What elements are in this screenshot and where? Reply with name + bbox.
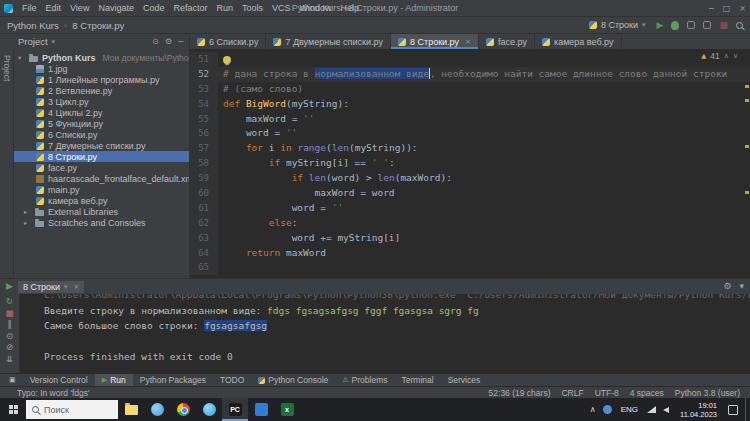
toolwindow-todo[interactable]: TODO <box>213 374 251 386</box>
menu-edit[interactable]: Edit <box>42 2 66 14</box>
taskbar-clock[interactable]: 19:01 11.04.2023 <box>676 401 721 419</box>
maximize-button[interactable]: □ <box>723 4 731 13</box>
code-line[interactable]: 53# (само слово) <box>190 82 750 97</box>
taskbar-chrome-browser-icon[interactable] <box>170 398 196 421</box>
menu-vcs[interactable]: VCS <box>268 2 295 14</box>
start-button[interactable] <box>0 398 26 421</box>
menu-run[interactable]: Run <box>212 2 237 14</box>
breadcrumb-item[interactable]: 8 Строки.py <box>72 20 124 31</box>
coverage-icon[interactable] <box>687 21 695 29</box>
editor-tab[interactable]: 7 Двумерные списки.py <box>266 34 391 49</box>
minimize-button[interactable]: ─ <box>709 4 714 13</box>
tray-chevron-icon[interactable]: ∧ <box>590 405 596 414</box>
code-line[interactable]: 56 word = '' <box>190 126 750 141</box>
project-root[interactable]: ▾Python KursМои документы\Python... <box>14 52 189 63</box>
chevron-right-icon[interactable]: ▸ <box>24 219 31 227</box>
chevron-down-icon[interactable]: ▾ <box>64 283 68 291</box>
toolwindow-version-control[interactable]: Version Control <box>23 374 95 386</box>
toolwindow-switcher-icon[interactable]: ▣ <box>2 374 23 386</box>
pause-output-icon[interactable]: ‖ <box>7 320 11 329</box>
console-line[interactable]: Самое большое слово строки: fgsagsafgsg <box>44 318 744 334</box>
menu-code[interactable]: Code <box>139 2 169 14</box>
code-line[interactable]: 60 maxWord = word <box>190 186 750 201</box>
intention-bulb-icon[interactable] <box>223 56 231 64</box>
status-message[interactable]: Typo: In word 'fdgs' <box>17 388 90 398</box>
line-number[interactable]: 57 <box>190 141 218 156</box>
tree-item[interactable]: 3 Цикл.py <box>14 96 189 107</box>
tree-item[interactable]: haarcascade_frontalface_default.xml <box>14 173 189 184</box>
run-icon[interactable]: ▶ <box>657 21 664 30</box>
taskbar-pycharm-icon[interactable]: PC <box>222 398 248 421</box>
line-number[interactable]: 51 <box>190 52 218 67</box>
chevron-down-icon[interactable]: ▾ <box>18 54 25 62</box>
clear-all-icon[interactable]: ⊘ <box>6 343 13 352</box>
line-number[interactable]: 54 <box>190 97 218 112</box>
taskbar-edge-browser-icon[interactable] <box>144 398 170 421</box>
stop-icon[interactable]: ■ <box>719 21 728 30</box>
tree-item[interactable]: 8 Строки.py <box>14 151 189 162</box>
code-line[interactable]: 61 word = '' <box>190 201 750 216</box>
line-number[interactable]: 58 <box>190 156 218 171</box>
toolwindow-python-packages[interactable]: Python Packages <box>133 374 213 386</box>
menu-help[interactable]: Help <box>337 2 364 14</box>
project-panel-title[interactable]: Project <box>18 36 48 47</box>
code-line[interactable]: 57 for i in range(len(myString)): <box>190 141 750 156</box>
status-widget[interactable]: 52:36 (19 chars) <box>489 388 551 398</box>
taskbar-search[interactable]: Поиск <box>26 400 118 419</box>
tree-item[interactable]: 2 Ветвление.py <box>14 85 189 96</box>
status-widget[interactable]: 4 spaces <box>630 388 664 398</box>
toolwindow-problems[interactable]: ⚠Problems <box>335 374 394 386</box>
code-line[interactable]: 54def BigWord(myString): <box>190 97 750 112</box>
chevron-right-icon[interactable]: ▸ <box>24 208 31 216</box>
line-number[interactable]: 60 <box>190 186 218 201</box>
taskbar-telegram-icon[interactable] <box>196 398 222 421</box>
profiler-icon[interactable] <box>703 21 711 29</box>
tree-item[interactable]: 4 Циклы 2.py <box>14 107 189 118</box>
editor-scrollbar[interactable] <box>742 49 750 278</box>
chevron-down-icon[interactable]: ∨ <box>733 52 738 60</box>
status-widget[interactable]: Python 3.8 (user) <box>675 388 740 398</box>
toolwindow-services[interactable]: Services <box>441 374 488 386</box>
debug-icon[interactable] <box>671 21 679 30</box>
console-line[interactable]: Введите строку в нормализованном виде: f… <box>44 303 744 319</box>
line-number[interactable]: 53 <box>190 82 218 97</box>
breadcrumb-item[interactable]: Python Kurs <box>7 20 59 31</box>
editor-tab[interactable]: камера веб.py <box>535 34 622 49</box>
line-number[interactable]: 55 <box>190 112 218 127</box>
code-line[interactable]: 63 word += myString[i] <box>190 231 750 246</box>
line-number[interactable]: 65 <box>190 260 218 275</box>
close-tab-icon[interactable]: × <box>74 283 80 291</box>
stop-icon[interactable]: ■ <box>5 309 13 318</box>
notification-center-icon[interactable] <box>728 405 738 415</box>
toolwindow-terminal[interactable]: Terminal <box>395 374 441 386</box>
toolwindow-python-console[interactable]: Python Console <box>251 374 335 386</box>
taskbar-vscode-icon[interactable] <box>248 398 274 421</box>
taskbar-excel-icon[interactable]: x <box>274 398 300 421</box>
line-number[interactable]: 61 <box>190 201 218 216</box>
collapse-panel-icon[interactable]: ─ <box>178 38 183 46</box>
tree-item[interactable]: 1 Линейные программы.py <box>14 74 189 85</box>
locate-file-icon[interactable]: ⊙ <box>152 38 159 46</box>
code-line[interactable]: 59 if len(word) > len(maxWord): <box>190 171 750 186</box>
status-widget[interactable]: UTF-8 <box>595 388 619 398</box>
restore-layout-icon[interactable]: ⊙ <box>6 332 13 341</box>
line-number[interactable]: 62 <box>190 216 218 231</box>
line-number[interactable]: 59 <box>190 171 218 186</box>
hide-panel-icon[interactable]: ▾ <box>739 282 744 291</box>
code-line[interactable]: 52# дана строка в нормализованном виде, … <box>190 67 750 82</box>
editor-tab[interactable]: face.py <box>479 34 535 49</box>
inspections-widget[interactable]: ▲ 41 ∧ ∨ <box>701 51 738 61</box>
status-widget[interactable]: CRLF <box>561 388 583 398</box>
tree-node[interactable]: ▸External Libraries <box>14 206 189 217</box>
console-line[interactable]: C:\Users\Administrator\AppData\Local\Pro… <box>44 294 744 303</box>
line-number[interactable]: 56 <box>190 126 218 141</box>
taskbar-file-explorer-icon[interactable] <box>118 398 144 421</box>
tree-item[interactable]: 1.jpg <box>14 63 189 74</box>
line-number[interactable]: 63 <box>190 231 218 246</box>
chevron-up-icon[interactable]: ∧ <box>724 52 729 60</box>
console-output[interactable]: C:\Users\Administrator\AppData\Local\Pro… <box>20 294 750 373</box>
run-configuration-selector[interactable]: 8 Строки▾ <box>586 19 649 31</box>
close-tab-icon[interactable]: × <box>465 38 471 46</box>
code-line[interactable]: 64 return maxWord <box>190 246 750 261</box>
menu-navigate[interactable]: Navigate <box>94 2 138 14</box>
